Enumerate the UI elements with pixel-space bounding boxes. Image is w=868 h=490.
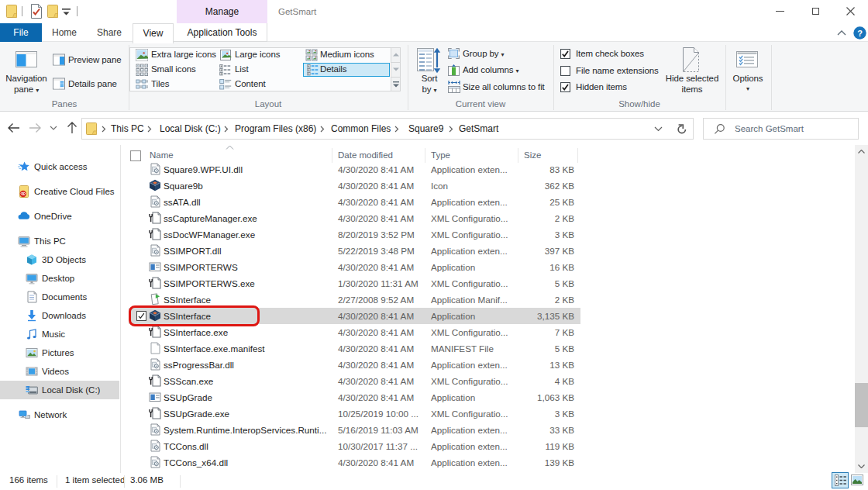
- svg-text:?: ?: [857, 29, 863, 38]
